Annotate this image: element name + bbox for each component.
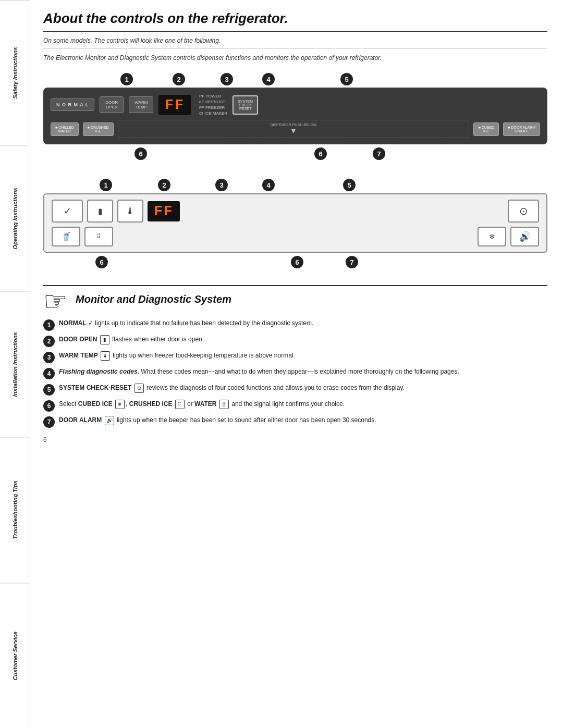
monitor-item-6: 6 Select CUBED ICE ❄, CRUSHED ICE ⠿ or W… — [43, 400, 547, 412]
callout-4b: 4 — [262, 179, 275, 191]
finger-icon: ☞ — [43, 288, 68, 315]
monitor-items-list: 1 NORMAL ✓ lights up to indicate that no… — [43, 319, 547, 428]
sidebar-label-installation: Installation Instructions — [0, 291, 30, 437]
light-crushed-button[interactable]: ⠿ — [84, 227, 113, 246]
dispenser-label: DISPENSER PUSH BELOW ▼ — [118, 120, 470, 138]
monitor-section: ☞ Monitor and Diagnostic System 1 NORMAL… — [43, 285, 547, 428]
monitor-item-2: 2 DOOR OPEN ▮ flashes when either door i… — [43, 335, 547, 347]
light-cubed-button[interactable]: ❄ — [478, 227, 506, 246]
item-number-4: 4 — [43, 368, 55, 379]
item-text-1: NORMAL ✓ lights up to indicate that no f… — [59, 319, 547, 328]
item-text-5: SYSTEM CHECK-RESET ⊙ reviews the diagnos… — [59, 384, 547, 393]
page-number: 6 — [43, 436, 547, 443]
light-ff-display: FF — [148, 201, 180, 221]
sidebar-label-safety: Safety Instructions — [0, 0, 30, 145]
item-number-3: 3 — [43, 352, 55, 363]
callout-3b: 3 — [215, 179, 228, 191]
monitor-item-5: 5 SYSTEM CHECK-RESET ⊙ reviews the diagn… — [43, 384, 547, 396]
light-water-button[interactable]: 🥤 — [52, 227, 80, 246]
sidebar-label-customer: Customer Service — [0, 583, 30, 728]
monitor-item-1: 1 NORMAL ✓ lights up to indicate that no… — [43, 319, 547, 331]
callout-7a: 7 — [373, 147, 385, 160]
description: The Electronic Monitor and Diagnostic Sy… — [43, 54, 547, 61]
warm-temp-button[interactable]: WARM TEMP — [129, 96, 153, 113]
chilled-water-button[interactable]: ■ CHILLED WATER — [51, 122, 79, 136]
light-door-button[interactable]: ▮ — [87, 200, 113, 223]
item-text-6: Select CUBED ICE ❄, CRUSHED ICE ⠿ or WAT… — [59, 400, 547, 409]
main-content: About the controls on the refrigerator. … — [30, 0, 563, 728]
item-text-3: WARM TEMP 🌡 lights up when freezer food-… — [59, 351, 547, 361]
callout-6d: 6 — [291, 256, 303, 268]
item-number-1: 1 — [43, 319, 55, 331]
item-number-2: 2 — [43, 336, 55, 347]
callout-2b: 2 — [158, 179, 170, 191]
light-check-button[interactable]: ⊙ — [508, 200, 539, 223]
icemaker-indicator: CI ICE MAKER — [199, 111, 227, 116]
item-number-5: 5 — [43, 384, 55, 396]
monitor-item-3: 3 WARM TEMP 🌡 lights up when freezer foo… — [43, 351, 547, 363]
monitor-title: Monitor and Diagnostic System — [76, 293, 231, 305]
page-title: About the controls on the refrigerator. — [43, 10, 547, 32]
door-alarm-button[interactable]: ■ DOOR ALARM ON/OFF — [503, 122, 540, 136]
subtitle: On some models. The controls will look l… — [43, 37, 547, 49]
callout-1a: 1 — [120, 73, 133, 85]
callout-6c: 6 — [95, 256, 108, 268]
item-text-4: Flashing diagnostic codes. What these co… — [59, 367, 547, 376]
cubed-ice-button[interactable]: ■ CUBED ICE — [473, 122, 499, 136]
callout-3a: 3 — [221, 73, 233, 85]
sidebar: Safety Instructions Operating Instructio… — [0, 0, 30, 728]
sidebar-label-operating: Operating Instructions — [0, 145, 30, 291]
light-alarm-button[interactable]: 🔊 — [510, 227, 539, 246]
callout-1b: 1 — [100, 179, 112, 191]
item-number-6: 6 — [43, 400, 55, 412]
callout-4a: 4 — [262, 73, 275, 85]
callout-5a: 5 — [340, 73, 353, 85]
callout-7b: 7 — [346, 256, 358, 268]
normal-button[interactable]: N O R M A L — [51, 98, 94, 111]
callout-5b: 5 — [343, 179, 356, 191]
light-normal-button[interactable]: ✓ — [52, 200, 83, 223]
indicator-group: PF POWER dE DEFROST FF FREEZER CI ICE MA… — [199, 94, 227, 116]
door-open-button[interactable]: DOOR OPEN — [100, 96, 124, 113]
monitor-item-4: 4 Flashing diagnostic codes. What these … — [43, 367, 547, 379]
system-check-button[interactable]: SYSTEM CHECK RESET — [232, 95, 258, 115]
callout-2a: 2 — [173, 73, 185, 85]
crushed-ice-button[interactable]: ■ CRUSHED ICE — [83, 122, 114, 136]
item-text-7: DOOR ALARM 🔊 lights up when the beeper h… — [59, 416, 547, 425]
defrost-indicator: dE DEFROST — [199, 100, 227, 104]
power-indicator: PF POWER — [199, 94, 227, 98]
panel2-wrapper: 1 2 3 4 5 ✓ ▮ 🌡 FF ⊙ 🥤 ⠿ ❄ 🔊 — [43, 177, 547, 269]
item-text-2: DOOR OPEN ▮ flashes when either door is … — [59, 335, 547, 344]
panel-light: ✓ ▮ 🌡 FF ⊙ 🥤 ⠿ ❄ 🔊 — [43, 193, 547, 253]
sidebar-label-troubleshooting: Troubleshooting Tips — [0, 437, 30, 582]
callout-6b: 6 — [314, 147, 327, 160]
panel-dark: N O R M A L DOOR OPEN WARM TEMP FF PF PO… — [43, 88, 547, 144]
freezer-indicator: FF FREEZER — [199, 105, 227, 110]
light-temp-button[interactable]: 🌡 — [117, 200, 143, 223]
monitor-item-7: 7 DOOR ALARM 🔊 lights up when the beeper… — [43, 416, 547, 428]
ff-display: FF — [158, 95, 191, 115]
panel1-wrapper: 1 2 3 4 5 N O R M A L DOOR OPEN WARM TEM… — [43, 71, 547, 161]
item-number-7: 7 — [43, 416, 55, 428]
monitor-header: ☞ Monitor and Diagnostic System — [43, 290, 547, 315]
callout-6a: 6 — [134, 147, 147, 160]
